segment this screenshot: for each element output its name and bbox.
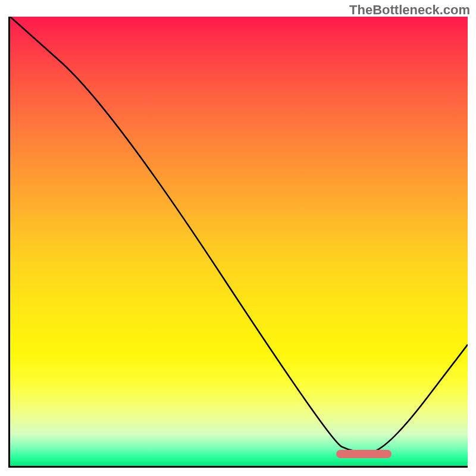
chart-curve [10,17,468,466]
chart-indicator-bar [336,450,392,458]
chart-plot-area [8,17,468,468]
watermark-text: TheBottleneck.com [349,2,470,18]
